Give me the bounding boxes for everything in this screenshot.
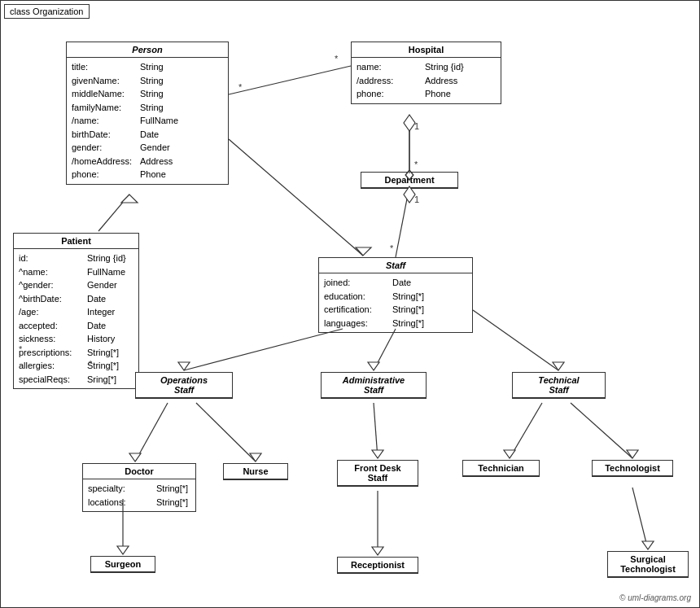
class-technologist-header: Technologist [593, 461, 672, 476]
svg-marker-18 [178, 362, 190, 370]
svg-marker-22 [553, 362, 564, 370]
svg-marker-13 [121, 195, 138, 203]
class-technical-staff: TechnicalStaff [512, 372, 606, 399]
uml-diagram: class Organization Person title:String g… [0, 0, 700, 608]
class-surgeon: Surgeon [90, 556, 155, 573]
class-nurse-header: Nurse [224, 464, 287, 479]
svg-marker-38 [642, 541, 654, 549]
class-receptionist-header: Receptionist [338, 558, 418, 573]
svg-line-12 [98, 195, 129, 231]
class-patient-body: id:String {id} ^name:FullName ^gender:Ge… [14, 249, 138, 388]
class-person: Person title:String givenName:String mid… [66, 42, 229, 185]
svg-marker-26 [250, 453, 261, 461]
class-technician: Technician [462, 460, 540, 477]
class-surtech-header: SurgicalTechnologist [608, 552, 688, 577]
class-frontdesk-header: Front DeskStaff [338, 461, 418, 486]
svg-text:1: 1 [414, 195, 419, 204]
footer: © uml-diagrams.org [619, 593, 691, 602]
diagram-title: class Organization [4, 4, 90, 19]
class-technologist: Technologist [592, 460, 673, 477]
class-department-header: Department [361, 173, 457, 188]
svg-line-21 [473, 310, 558, 370]
class-department: Department [361, 172, 458, 189]
class-hospital: Hospital name:String {id} /address:Addre… [351, 42, 501, 104]
svg-line-37 [632, 488, 648, 549]
class-operations-header: OperationsStaff [136, 373, 232, 398]
svg-marker-28 [372, 450, 383, 458]
svg-marker-36 [372, 547, 383, 555]
svg-marker-9 [404, 186, 415, 203]
svg-line-29 [510, 403, 542, 458]
svg-marker-34 [117, 546, 129, 554]
svg-text:1: 1 [414, 121, 419, 131]
class-staff-header: Staff [319, 258, 472, 273]
class-operations-staff: OperationsStaff [135, 372, 233, 399]
svg-marker-32 [627, 450, 638, 458]
class-surgical-technologist: SurgicalTechnologist [607, 551, 689, 578]
svg-line-14 [229, 139, 363, 256]
class-administrative-staff: AdministrativeStaff [321, 372, 427, 399]
svg-line-8 [396, 186, 409, 257]
svg-text:*: * [390, 243, 394, 253]
class-doctor-header: Doctor [83, 464, 195, 479]
class-patient: Patient id:String {id} ^name:FullName ^g… [13, 233, 139, 389]
svg-line-17 [184, 329, 343, 370]
class-nurse: Nurse [223, 463, 288, 480]
class-technician-header: Technician [463, 461, 539, 476]
class-surgeon-header: Surgeon [91, 557, 155, 572]
svg-text:*: * [335, 54, 339, 63]
class-patient-header: Patient [14, 234, 138, 249]
svg-line-23 [135, 403, 168, 461]
svg-line-31 [571, 403, 632, 458]
svg-marker-24 [129, 453, 141, 461]
class-tech-header: TechnicalStaff [513, 373, 605, 398]
svg-line-27 [374, 403, 378, 458]
class-admin-header: AdministrativeStaff [322, 373, 426, 398]
svg-marker-30 [504, 450, 515, 458]
svg-text:*: * [238, 82, 243, 92]
svg-marker-15 [356, 247, 371, 256]
class-doctor: Doctor specialty:String[*] locations:Str… [82, 463, 196, 512]
svg-line-0 [229, 66, 351, 94]
class-receptionist: Receptionist [337, 557, 418, 574]
class-doctor-body: specialty:String[*] locations:String[*] [83, 479, 195, 511]
svg-line-19 [374, 329, 396, 370]
svg-text:*: * [414, 160, 418, 169]
class-person-header: Person [67, 42, 228, 58]
class-person-body: title:String givenName:String middleName… [67, 58, 228, 184]
class-hospital-body: name:String {id} /address:Address phone:… [352, 58, 501, 103]
svg-marker-5 [404, 115, 415, 131]
svg-marker-20 [368, 362, 379, 370]
class-staff-body: joined:Date education:String[*] certific… [319, 273, 472, 332]
class-hospital-header: Hospital [352, 42, 501, 58]
class-staff: Staff joined:Date education:String[*] ce… [318, 257, 473, 333]
svg-line-25 [196, 403, 256, 461]
class-front-desk: Front DeskStaff [337, 460, 418, 487]
